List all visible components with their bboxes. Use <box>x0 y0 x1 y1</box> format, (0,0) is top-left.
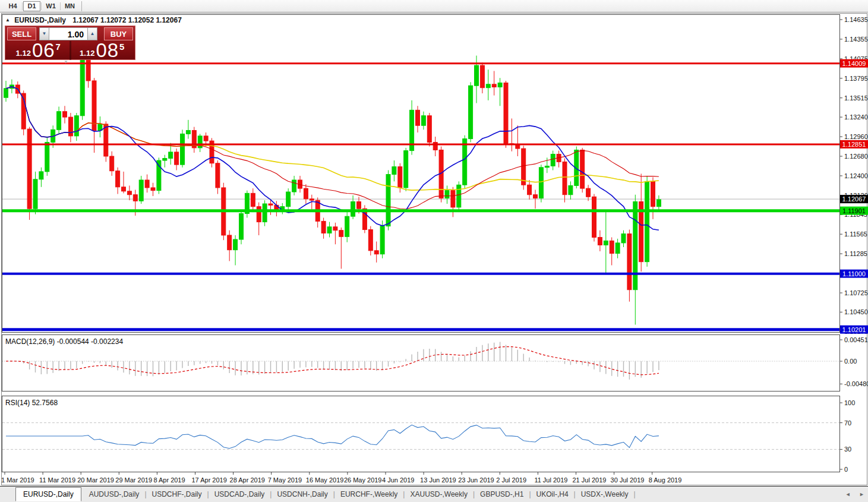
chevron-down-icon: ▼ <box>42 31 47 36</box>
price-tick-label: 1.12960 <box>844 133 868 140</box>
price-tick-label: 1.14355 <box>844 36 868 43</box>
candle-body <box>74 116 78 136</box>
date-label: 8 Aug 2019 <box>649 476 682 484</box>
rsi-axis-label: 0 <box>844 466 848 473</box>
timeframe-mn-button[interactable]: MN <box>61 1 78 11</box>
tab-eurchf-weekly[interactable]: EURCHF-,Weekly <box>335 488 403 501</box>
one-click-expand-icon[interactable]: ▲ <box>5 17 10 23</box>
tab-usdchf-daily[interactable]: USDCHF-,Daily <box>147 488 207 501</box>
candle-body <box>539 168 543 198</box>
price-tag-label: 1.12067 <box>842 195 866 203</box>
tab-eurusd-daily[interactable]: EURUSD-,Daily <box>15 487 81 501</box>
candle-body <box>251 193 255 206</box>
chevron-up-icon: ▲ <box>90 31 95 36</box>
candle-body <box>392 167 396 175</box>
candle-body <box>57 112 61 130</box>
candle-body <box>445 191 449 198</box>
price-tick-label: 1.12400 <box>844 172 868 179</box>
price-tick-label: 1.14635 <box>844 16 868 23</box>
volume-increase-button[interactable]: ▲ <box>87 27 97 40</box>
candle-body <box>80 56 84 116</box>
toolbar-separator <box>81 1 82 11</box>
sell-price-pips: 06 <box>32 41 55 60</box>
timeframe-w1-button[interactable]: W1 <box>42 1 59 11</box>
candle-body <box>404 151 408 188</box>
candle-body <box>492 84 496 87</box>
macd-axis-label: 0.00 <box>844 358 857 365</box>
panel-collapse-icon[interactable]: ▼ <box>64 59 68 65</box>
tab-ukoil-h4[interactable]: UKOil-,H4 <box>531 488 574 501</box>
tab-usdcad-daily[interactable]: USDCAD-,Daily <box>209 488 270 501</box>
tab-usdcnh-daily[interactable]: USDCNH-,Daily <box>272 488 333 501</box>
rsi-axis-label: 30 <box>844 446 851 453</box>
tab-separator: | <box>634 490 636 498</box>
candle-body <box>374 251 378 254</box>
timeframe-h4-button[interactable]: H4 <box>4 1 21 11</box>
candle-body <box>139 180 143 201</box>
date-label: 1 Mar 2019 <box>1 476 34 484</box>
candle-body <box>198 136 202 148</box>
candle-body <box>610 241 614 253</box>
candle-body <box>498 83 502 87</box>
candle-body <box>186 130 190 134</box>
candle-body <box>451 191 455 207</box>
tab-scroll-right-icon[interactable]: ► <box>859 491 864 497</box>
buy-price-point: 5 <box>119 42 124 52</box>
candle-body <box>592 197 596 237</box>
price-tick-label: 1.13240 <box>844 113 868 121</box>
candle-body <box>286 192 291 207</box>
candle-body <box>228 235 232 250</box>
candle-body <box>151 188 155 191</box>
candle-body <box>563 162 567 194</box>
tab-scroll-left-icon[interactable]: ◄ <box>845 491 851 497</box>
tab-usdx-weekly[interactable]: USDX-,Weekly <box>576 488 634 501</box>
one-click-trading-panel: SELL ▼ 1.00 ▲ BUY 1.12 06 7 1.12 08 5 <box>5 26 135 60</box>
candle-body <box>63 112 67 117</box>
candle-body <box>416 110 420 125</box>
date-label: 20 Mar 2019 <box>77 476 114 484</box>
candle-body <box>357 201 361 209</box>
date-label: 13 Jun 2019 <box>420 476 456 484</box>
chart-canvas[interactable]: 1.146351.143551.140751.137951.135151.132… <box>0 0 868 502</box>
candle-body <box>469 86 473 138</box>
ohlc-quote-label: 1.12067 1.12072 1.12052 1.12067 <box>72 16 182 24</box>
candle-body <box>145 180 149 188</box>
symbol-label: EURUSD-,Daily <box>14 16 66 24</box>
candle-body <box>386 175 390 226</box>
candle-body <box>475 65 479 86</box>
timeframe-d1-button[interactable]: D1 <box>23 1 40 11</box>
candle-body <box>651 181 655 206</box>
price-tick-label: 1.11565 <box>844 231 867 238</box>
candle-body <box>257 207 261 222</box>
tab-xauusd-weekly[interactable]: XAUUSD-,Weekly <box>405 488 472 501</box>
candle-body <box>351 201 355 216</box>
sell-price[interactable]: 1.12 06 7 <box>7 41 70 60</box>
date-label: 30 Jul 2019 <box>611 476 645 484</box>
tab-scroll-arrows: ◄ ► <box>838 491 864 497</box>
price-tick-label: 1.10725 <box>844 289 868 296</box>
date-label: 7 May 2019 <box>268 476 302 484</box>
buy-button[interactable]: BUY <box>104 27 133 40</box>
chart-tab-bar: EURUSD-,Daily AUDUSD-,Daily| USDCHF-,Dai… <box>0 486 868 502</box>
candle-body <box>163 159 167 161</box>
tab-audusd-daily[interactable]: AUDUSD-,Daily <box>84 488 145 501</box>
volume-field[interactable]: 1.00 <box>49 27 87 40</box>
sell-price-int: 1.12 <box>16 49 31 58</box>
rsi-label: RSI(14) 52.7568 <box>5 399 58 407</box>
candle-body <box>116 171 120 187</box>
candle-body <box>598 237 602 245</box>
candle-body <box>339 231 343 237</box>
sell-button[interactable]: SELL <box>7 27 36 40</box>
candle-body <box>627 234 632 290</box>
candle-body <box>175 152 179 165</box>
price-tag-label: 1.14009 <box>842 60 866 67</box>
tab-gbpusd-h1[interactable]: GBPUSD-,H1 <box>475 488 529 501</box>
toolbar-separator <box>22 2 23 10</box>
candle-body <box>122 187 126 191</box>
chart-title: ▲ EURUSD-,Daily 1.12067 1.12072 1.12052 … <box>5 16 182 24</box>
candle-body <box>169 152 173 159</box>
date-label: 28 Apr 2019 <box>230 476 265 484</box>
price-tick-label: 1.12680 <box>844 153 868 160</box>
buy-price[interactable]: 1.12 08 5 <box>71 41 134 60</box>
volume-decrease-button[interactable]: ▼ <box>39 27 49 40</box>
